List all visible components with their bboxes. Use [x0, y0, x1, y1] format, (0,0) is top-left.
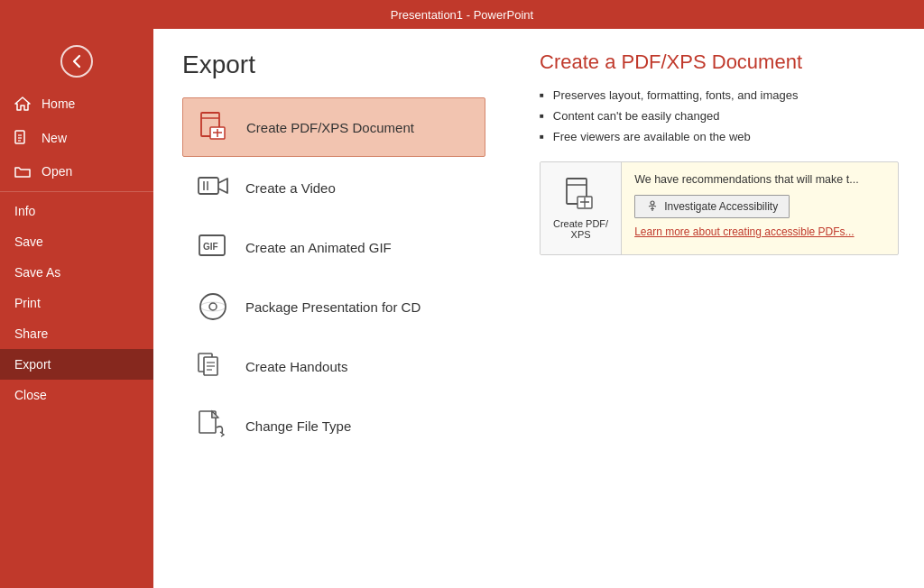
export-title: Export: [182, 51, 485, 79]
back-button[interactable]: [0, 36, 153, 87]
svg-point-16: [209, 303, 217, 310]
svg-text:GIF: GIF: [203, 242, 218, 252]
open-icon: [14, 164, 32, 179]
learn-more-link[interactable]: Learn more about creating accessible PDF…: [634, 225, 885, 238]
sidebar-item-export[interactable]: Export: [0, 349, 153, 380]
right-panel: Create a PDF/XPS Document Preserves layo…: [514, 29, 924, 588]
bullet-item-2: Content can't be easily changed: [540, 109, 899, 123]
create-video-icon: [195, 170, 231, 206]
create-pdf-label: Create PDF/XPS Document: [246, 120, 414, 135]
export-layout: Export Create PDF/XPS Document: [153, 29, 924, 588]
sidebar-item-home[interactable]: Home: [0, 87, 153, 121]
right-panel-title: Create a PDF/XPS Document: [540, 51, 899, 74]
left-panel: Export Create PDF/XPS Document: [153, 29, 514, 588]
pdf-box-label: Create PDF/ XPS: [553, 218, 608, 240]
sidebar-item-print[interactable]: Print: [0, 288, 153, 318]
export-option-create-handouts[interactable]: Create Handouts: [182, 337, 485, 395]
home-svg: [14, 96, 31, 112]
accessibility-box: Create PDF/ XPS We have recommendations …: [540, 161, 899, 255]
pdf-icon-box: Create PDF/ XPS: [541, 162, 622, 254]
investigate-accessibility-button[interactable]: Investigate Accessibility: [634, 195, 790, 218]
bullet-list: Preserves layout, formatting, fonts, and…: [540, 88, 899, 143]
create-handouts-label: Create Handouts: [245, 359, 347, 374]
package-cd-label: Package Presentation for CD: [245, 299, 420, 315]
open-svg: [14, 164, 31, 179]
recommendation-text: We have recommendations that will make t…: [634, 173, 885, 186]
bullet-item-3: Free viewers are available on the web: [540, 130, 899, 143]
create-gif-label: Create an Animated GIF: [245, 240, 392, 255]
sidebar-item-close[interactable]: Close: [0, 380, 153, 410]
export-option-package-cd[interactable]: Package Presentation for CD: [182, 278, 485, 335]
svg-rect-10: [199, 178, 218, 194]
sidebar-item-info[interactable]: Info: [0, 196, 153, 226]
bullet-item-1: Preserves layout, formatting, fonts, and…: [540, 88, 899, 102]
svg-marker-0: [15, 97, 30, 110]
package-cd-icon: [195, 289, 231, 325]
accessibility-icon: [646, 200, 659, 213]
svg-point-15: [200, 294, 226, 319]
svg-rect-1: [15, 131, 24, 143]
sidebar-item-open[interactable]: Open: [0, 155, 153, 188]
main-area: Home New Open Info: [0, 29, 924, 588]
sidebar-item-save[interactable]: Save: [0, 226, 153, 257]
export-option-change-file-type[interactable]: Change File Type: [182, 397, 485, 455]
content-area: Export Create PDF/XPS Document: [153, 29, 924, 588]
new-icon: [14, 130, 32, 146]
home-icon: [14, 96, 32, 112]
open-label: Open: [42, 164, 72, 179]
sidebar: Home New Open Info: [0, 29, 153, 588]
pdf-box-icon: [565, 177, 597, 213]
create-handouts-icon: [195, 348, 231, 384]
title-text: Presentation1 - PowerPoint: [391, 8, 533, 22]
export-option-create-pdf[interactable]: Create PDF/XPS Document: [182, 97, 485, 157]
export-option-create-gif[interactable]: GIF Create an Animated GIF: [182, 218, 485, 276]
sidebar-item-save-as[interactable]: Save As: [0, 257, 153, 288]
sidebar-item-new[interactable]: New: [0, 121, 153, 155]
export-option-create-video[interactable]: Create a Video: [182, 159, 485, 216]
title-bar: Presentation1 - PowerPoint: [0, 0, 924, 29]
sidebar-divider: [0, 191, 153, 192]
home-label: Home: [42, 96, 75, 111]
svg-point-30: [651, 201, 654, 205]
new-svg: [14, 130, 29, 146]
create-pdf-icon: [196, 109, 232, 145]
create-video-label: Create a Video: [245, 180, 336, 196]
back-arrow-icon: [69, 53, 85, 69]
back-circle-icon: [60, 45, 93, 78]
change-file-type-icon: [195, 408, 231, 444]
sidebar-item-share[interactable]: Share: [0, 318, 153, 349]
new-label: New: [42, 131, 67, 145]
accessibility-content: We have recommendations that will make t…: [622, 162, 898, 254]
change-file-type-label: Change File Type: [245, 418, 351, 434]
create-gif-icon: GIF: [195, 229, 231, 265]
